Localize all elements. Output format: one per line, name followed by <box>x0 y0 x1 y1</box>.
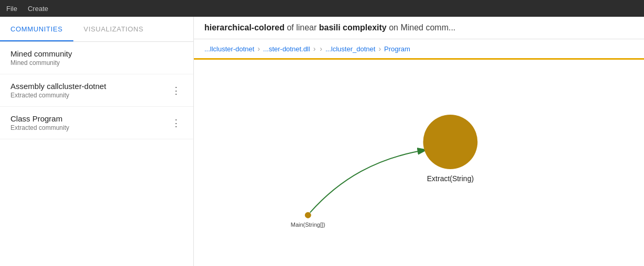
sidebar-item-subtitle-2: Extracted community <box>10 92 106 99</box>
sidebar-item-assembly[interactable]: Assembly callcluster-dotnet Extracted co… <box>0 74 193 107</box>
title-bar: hierarchical-colored of linear basili co… <box>194 17 644 39</box>
sidebar-item-title-1: Mined community <box>10 49 72 58</box>
breadcrumb-sep-4: › <box>378 45 381 53</box>
tabs-container: COMMUNITIES VISUALIZATIONS <box>0 17 193 42</box>
graph-edge <box>310 150 427 213</box>
create-menu[interactable]: Create <box>28 5 48 13</box>
menu-bar: File Create <box>0 0 644 17</box>
breadcrumb-item-1[interactable]: ...llcluster-dotnet <box>204 45 254 53</box>
breadcrumb-item-2[interactable]: ...ster-dotnet.dll <box>263 45 310 53</box>
breadcrumb: ...llcluster-dotnet › ...ster-dotnet.dll… <box>194 39 644 60</box>
kebab-menu-class-program[interactable]: ⋮ <box>169 116 183 130</box>
node-main-label: Main(String[]) <box>291 221 325 228</box>
title-middle: of linear <box>285 23 319 32</box>
breadcrumb-sep-2: › <box>313 45 316 53</box>
title-part1: hierarchical-colored <box>204 23 285 32</box>
graph-node-extract[interactable] <box>423 115 477 169</box>
main-layout: COMMUNITIES VISUALIZATIONS Mined communi… <box>0 17 644 266</box>
breadcrumb-sep-3: › <box>320 45 322 53</box>
content-area: hierarchical-colored of linear basili co… <box>194 17 644 266</box>
tab-communities[interactable]: COMMUNITIES <box>0 17 73 41</box>
breadcrumb-sep-1: › <box>257 45 260 53</box>
kebab-menu-assembly[interactable]: ⋮ <box>169 84 183 97</box>
sidebar-item-class-program[interactable]: Class Program Extracted community ⋮ <box>0 107 193 139</box>
title-end: on Mined comm... <box>387 23 456 32</box>
file-menu[interactable]: File <box>6 5 17 13</box>
graph-svg: Extract(String) Main(String[]) <box>194 60 644 266</box>
graph-node-main[interactable] <box>305 212 311 218</box>
node-extract-label: Extract(String) <box>427 174 474 183</box>
sidebar-item-subtitle-3: Extracted community <box>10 124 69 131</box>
sidebar: COMMUNITIES VISUALIZATIONS Mined communi… <box>0 17 194 266</box>
sidebar-item-subtitle-1: Mined community <box>10 59 72 66</box>
graph-area: Extract(String) Main(String[]) <box>194 60 644 266</box>
sidebar-item-mined-community[interactable]: Mined community Mined community <box>0 42 193 74</box>
breadcrumb-item-4[interactable]: ...lcluster_dotnet <box>325 45 375 53</box>
sidebar-item-title-3: Class Program <box>10 114 69 123</box>
breadcrumb-item-5[interactable]: Program <box>384 45 410 53</box>
title-part2: basili complexity <box>319 23 387 32</box>
tab-visualizations[interactable]: VISUALIZATIONS <box>73 17 154 41</box>
sidebar-item-title-2: Assembly callcluster-dotnet <box>10 82 106 91</box>
